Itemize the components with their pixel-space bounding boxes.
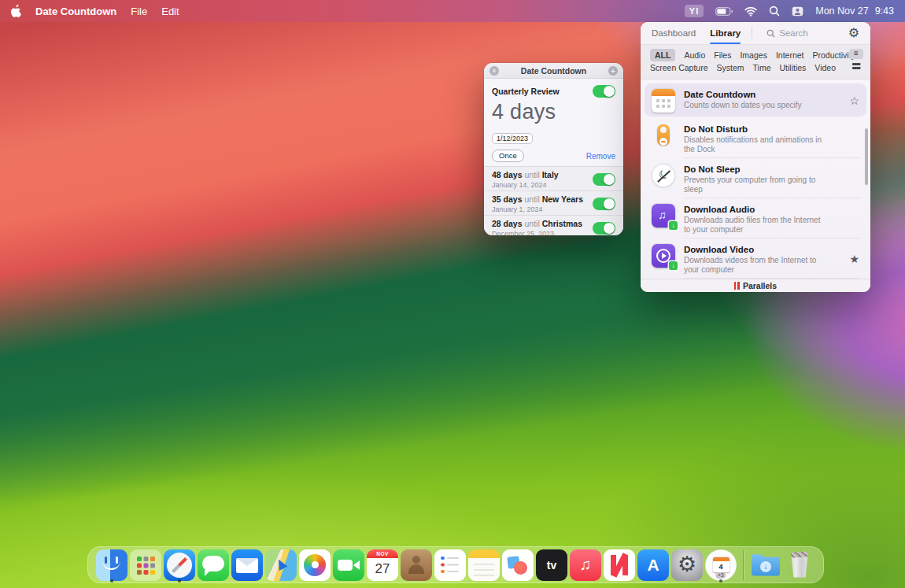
tool-do-not-sleep[interactable]: Do Not SleepPrevents your computer from … bbox=[641, 158, 870, 198]
countdown-toggle[interactable] bbox=[593, 173, 615, 186]
search-icon bbox=[766, 29, 775, 38]
filter-audio[interactable]: Audio bbox=[684, 49, 705, 61]
settings-dock-icon[interactable] bbox=[671, 547, 703, 583]
favorite-star-filled-icon[interactable]: ★ bbox=[846, 253, 859, 265]
countdown-name: Quarterly Review bbox=[492, 87, 560, 96]
countdown-row-text: 28 days until ChristmasDecember 25, 2023 bbox=[492, 219, 582, 236]
parallels-logo-text: Parallels bbox=[743, 281, 777, 290]
countdown-row-text: 48 days until ItalyJanuary 14, 2024 bbox=[492, 170, 559, 189]
countdown-row: 35 days until New YearsJanuary 1, 2024 bbox=[484, 191, 623, 216]
notes-icon bbox=[468, 549, 500, 581]
notes-dock-icon[interactable] bbox=[468, 547, 500, 583]
battery-icon[interactable] bbox=[715, 7, 733, 16]
tool-date-countdown[interactable]: Date CountdownCounts down to dates you s… bbox=[645, 83, 866, 116]
mini-calendar-day: 4 bbox=[713, 557, 730, 573]
countdown-list: 48 days until ItalyJanuary 14, 202435 da… bbox=[484, 166, 623, 235]
repeat-selector[interactable]: Once bbox=[492, 150, 524, 162]
dock: NOV27tv4+3 bbox=[87, 546, 824, 583]
countdown-toggle[interactable] bbox=[593, 198, 615, 210]
appstore-dock-icon[interactable] bbox=[637, 547, 669, 583]
door-hanger-icon-detail bbox=[659, 138, 667, 146]
trash-dock-icon[interactable] bbox=[784, 547, 815, 583]
moon-icon bbox=[652, 164, 675, 187]
tool-title: Do Not Sleep bbox=[684, 164, 859, 175]
panel-scrollbar[interactable] bbox=[865, 128, 868, 185]
photos-dock-icon[interactable] bbox=[299, 547, 331, 583]
filter-system[interactable]: System bbox=[717, 61, 744, 74]
app-menu-title[interactable]: Date Countdown bbox=[35, 6, 116, 17]
tool-description: Disables notifications and animations in… bbox=[684, 135, 824, 154]
remove-link[interactable]: Remove bbox=[586, 152, 615, 161]
maps-icon bbox=[265, 549, 297, 581]
filter-images[interactable]: Images bbox=[740, 49, 766, 61]
countdown-row-text: 35 days until New YearsJanuary 1, 2024 bbox=[492, 194, 583, 213]
close-window-icon[interactable]: × bbox=[489, 66, 499, 76]
date-countdown-dock-icon[interactable]: 4+3 bbox=[705, 547, 737, 583]
tab-dashboard[interactable]: Dashboard bbox=[652, 22, 696, 44]
countdown-toggle[interactable] bbox=[593, 85, 615, 98]
tool-description: Counts down to dates you specify bbox=[684, 101, 824, 110]
filter-video[interactable]: Video bbox=[814, 61, 836, 74]
date-field[interactable]: 1/12/2023 bbox=[492, 133, 533, 144]
filter-time[interactable]: Time bbox=[753, 61, 771, 74]
filter-internet[interactable]: Internet bbox=[776, 49, 804, 61]
search-field[interactable]: Search bbox=[766, 28, 807, 38]
appletv-dock-icon[interactable]: tv bbox=[536, 547, 567, 583]
favorite-star-icon[interactable]: ☆ bbox=[846, 94, 859, 107]
list-view-icon[interactable]: ≡ bbox=[849, 49, 863, 59]
countdown-row: 48 days until ItalyJanuary 14, 2024 bbox=[484, 167, 623, 191]
menu-bar-date: Mon Nov 27 bbox=[815, 6, 868, 17]
downloads-dock-icon[interactable] bbox=[750, 547, 781, 583]
music-dock-icon[interactable] bbox=[570, 547, 601, 583]
photos-icon bbox=[299, 549, 331, 581]
tools-list: Date CountdownCounts down to dates you s… bbox=[641, 80, 870, 279]
add-countdown-icon[interactable]: + bbox=[608, 66, 618, 76]
menu-bar-menus: FileEdit bbox=[131, 6, 179, 17]
gear-icon[interactable]: ⚙ bbox=[848, 27, 859, 39]
countdown-toggle[interactable] bbox=[593, 222, 615, 235]
tool-text: Download VideoDownloads videos from the … bbox=[684, 243, 837, 275]
filter-files[interactable]: Files bbox=[714, 49, 731, 61]
messages-dock-icon[interactable] bbox=[198, 547, 229, 583]
tab-library[interactable]: Library bbox=[710, 22, 741, 44]
countdown-row-date: January 1, 2024 bbox=[492, 205, 583, 213]
menu-file[interactable]: File bbox=[131, 6, 147, 17]
menu-bar-clock[interactable]: Mon Nov 27 9:43 bbox=[815, 6, 894, 17]
parallels-toolbox-menu-icon[interactable]: YI bbox=[685, 5, 704, 17]
tool-do-not-disturb[interactable]: Do Not DisturbDisables notifications and… bbox=[641, 118, 870, 158]
tool-download-audio[interactable]: Download AudioDownloads audio files from… bbox=[641, 198, 870, 239]
menu-edit[interactable]: Edit bbox=[161, 6, 179, 17]
news-dock-icon[interactable] bbox=[604, 547, 635, 583]
calendar-dock-icon[interactable]: NOV27 bbox=[367, 547, 398, 583]
window-titlebar[interactable]: × Date Countdown + bbox=[484, 63, 623, 79]
safari-dock-icon[interactable] bbox=[164, 547, 195, 583]
wifi-icon[interactable] bbox=[744, 6, 757, 17]
appstore-icon bbox=[637, 549, 669, 581]
grid-view-icon[interactable] bbox=[849, 62, 863, 70]
spotlight-icon[interactable] bbox=[769, 6, 780, 17]
facetime-dock-icon[interactable] bbox=[333, 547, 364, 583]
freeform-dock-icon[interactable] bbox=[502, 547, 534, 583]
countdown-row-title: 35 days until New Years bbox=[492, 194, 583, 204]
reminders-dock-icon[interactable] bbox=[434, 547, 466, 583]
menu-bar: Date Countdown FileEdit YI Mon Nov 27 9:… bbox=[0, 0, 905, 22]
tool-download-video[interactable]: Download VideoDownloads videos from the … bbox=[641, 239, 870, 279]
filter-screen-capture[interactable]: Screen Capture bbox=[650, 61, 708, 74]
download-video-icon bbox=[652, 244, 675, 268]
window-title: Date Countdown bbox=[521, 66, 586, 76]
filter-utilities[interactable]: Utilities bbox=[780, 61, 807, 74]
launchpad-dock-icon[interactable] bbox=[130, 547, 161, 583]
download-video-icon-detail bbox=[662, 253, 667, 259]
apple-menu-icon[interactable] bbox=[11, 5, 21, 17]
calendar-month-label: NOV bbox=[367, 549, 398, 558]
finder-dock-icon[interactable] bbox=[96, 547, 127, 583]
menu-bar-status-area: YI Mon Nov 27 9:43 bbox=[685, 5, 894, 17]
contacts-dock-icon[interactable] bbox=[401, 547, 432, 583]
date-countdown-window: × Date Countdown + Quarterly Review 4 da… bbox=[484, 63, 623, 235]
mail-dock-icon[interactable] bbox=[231, 547, 263, 583]
maps-dock-icon[interactable] bbox=[265, 547, 297, 583]
filter-all[interactable]: ALL bbox=[650, 49, 675, 61]
user-switch-icon[interactable] bbox=[792, 6, 803, 17]
panel-footer: Parallels bbox=[641, 279, 870, 292]
contacts-icon bbox=[401, 549, 432, 581]
